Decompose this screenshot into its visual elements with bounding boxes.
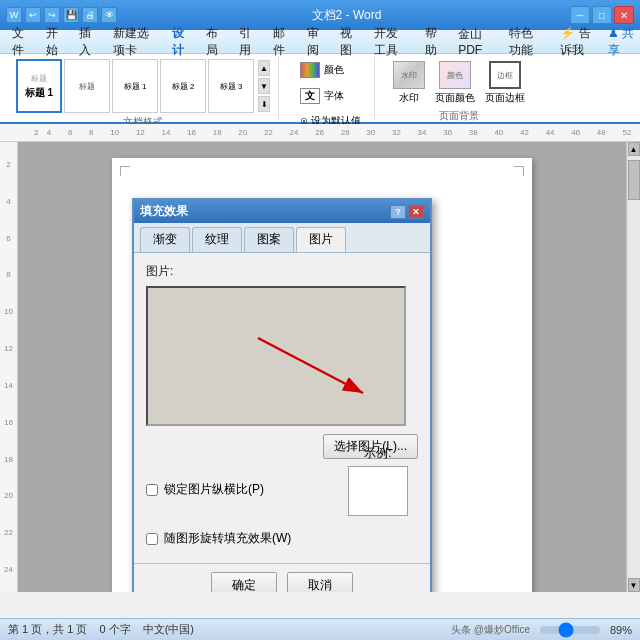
example-label: 示例:	[338, 445, 418, 462]
word-count: 0 个字	[99, 622, 130, 637]
menu-help[interactable]: 帮助	[417, 23, 451, 61]
menu-tell-me[interactable]: ⚡ 告诉我	[552, 23, 608, 61]
scroll-down-btn[interactable]: ▼	[628, 578, 640, 592]
menu-bar: 文件 开始 插入 新建选项卡 设计 布局 引用 邮件 审阅 视图 开发工具 帮助…	[0, 30, 640, 54]
scroll-thumb[interactable]	[628, 160, 640, 200]
menu-home[interactable]: 开始	[38, 23, 72, 61]
zoom-slider[interactable]	[540, 626, 600, 634]
style-h1[interactable]: 标题 1	[112, 59, 158, 113]
undo-icon[interactable]: ↩	[25, 7, 41, 23]
dialog-controls: ? ✕	[390, 205, 424, 219]
gallery-scroll: ▲ ▼ ⬇	[258, 60, 270, 112]
dialog-body: 图片:	[134, 253, 430, 563]
close-button[interactable]: ✕	[614, 6, 634, 24]
window-controls: ─ □ ✕	[570, 6, 634, 24]
cancel-button[interactable]: 取消	[287, 572, 353, 592]
dialog-titlebar: 填充效果 ? ✕	[134, 200, 430, 223]
dialog-tab-picture[interactable]: 图片	[296, 227, 346, 252]
colors-fonts-group: 颜色 文 字体 ⊙ 设为默认值	[287, 57, 375, 119]
color-font-buttons: 颜色 文 字体 ⊙ 设为默认值	[295, 59, 366, 131]
fill-effects-dialog: 填充效果 ? ✕ 渐变 纹理 图案 图片 图片:	[132, 198, 432, 592]
gallery-down[interactable]: ▼	[258, 78, 270, 94]
menu-file[interactable]: 文件	[4, 23, 38, 61]
word-icon: W	[6, 7, 22, 23]
example-preview	[348, 466, 408, 516]
ruler-marks: 2 46810121416182022242628303234363840424…	[30, 128, 640, 137]
save-icon[interactable]: 💾	[63, 7, 79, 23]
fonts-btn[interactable]: 文 字体	[295, 85, 366, 107]
gallery-up[interactable]: ▲	[258, 60, 270, 76]
status-bar: 第 1 页，共 1 页 0 个字 中文(中国) 头条 @爆炒Office 89%	[0, 618, 640, 640]
rotate-fill-checkbox[interactable]	[146, 533, 158, 545]
share-btn[interactable]: ♟ 共享	[608, 25, 636, 59]
page-color-icon: 颜色	[439, 61, 471, 89]
style-h3[interactable]: 标题 3	[208, 59, 254, 113]
dialog-tab-gradient[interactable]: 渐变	[140, 227, 190, 252]
preview-icon[interactable]: 👁	[101, 7, 117, 23]
status-right: 头条 @爆炒Office 89%	[451, 623, 632, 637]
style-h2[interactable]: 标题 2	[160, 59, 206, 113]
doc-scroll: 填充效果 ? ✕ 渐变 纹理 图案 图片 图片:	[18, 142, 626, 592]
spacer	[146, 504, 291, 524]
options-row: 锁定图片纵横比(P) 随图形旋转填充效果(W) 示例:	[146, 475, 418, 553]
style-title[interactable]: 标题	[64, 59, 110, 113]
checkbox-group: 锁定图片纵横比(P) 随图形旋转填充效果(W)	[146, 475, 291, 553]
colors-btn[interactable]: 颜色	[295, 59, 366, 81]
picture-preview	[146, 286, 406, 426]
scroll-track	[628, 156, 640, 578]
lock-ratio-checkbox[interactable]	[146, 484, 158, 496]
doc-page: 填充效果 ? ✕ 渐变 纹理 图案 图片 图片:	[112, 158, 532, 592]
watermark-btn[interactable]: 水印 水印	[391, 59, 427, 107]
lock-ratio-label: 锁定图片纵横比(P)	[164, 481, 264, 498]
minimize-button[interactable]: ─	[570, 6, 590, 24]
maximize-button[interactable]: □	[592, 6, 612, 24]
menu-newtab[interactable]: 新建选项卡	[105, 23, 165, 61]
menu-jinshan[interactable]: 金山PDF	[450, 24, 501, 59]
print-icon[interactable]: 🖨	[82, 7, 98, 23]
styles-gallery: 标题 标题 1 标题 标题 1 标题 2 标题 3 ▲ ▼ ⬇	[16, 59, 270, 113]
page-info: 第 1 页，共 1 页	[8, 622, 87, 637]
menu-developer[interactable]: 开发工具	[366, 23, 417, 61]
menu-design[interactable]: 设计	[164, 23, 198, 61]
ruler: 2 46810121416182022242628303234363840424…	[0, 124, 640, 142]
picture-label: 图片:	[146, 263, 418, 280]
menu-view[interactable]: 视图	[332, 23, 366, 61]
zoom-level: 89%	[610, 624, 632, 636]
style-heading1-current[interactable]: 标题 标题 1	[16, 59, 62, 113]
vertical-scrollbar[interactable]: ▲ ▼	[626, 142, 640, 592]
ok-button[interactable]: 确定	[211, 572, 277, 592]
menu-mailings[interactable]: 邮件	[265, 23, 299, 61]
menu-insert[interactable]: 插入	[71, 23, 105, 61]
menu-review[interactable]: 审阅	[299, 23, 333, 61]
scroll-up-btn[interactable]: ▲	[628, 142, 640, 156]
watermark-credit: 头条 @爆炒Office	[451, 623, 530, 637]
arrow-indicator	[228, 318, 388, 418]
dialog-tabs: 渐变 纹理 图案 图片	[134, 223, 430, 253]
language: 中文(中国)	[143, 622, 194, 637]
page-bg-label: 页面背景	[439, 109, 479, 123]
svg-line-1	[258, 338, 363, 393]
redo-icon[interactable]: ↪	[44, 7, 60, 23]
page-color-btn[interactable]: 颜色 页面颜色	[433, 59, 477, 107]
watermark-icon: 水印	[393, 61, 425, 89]
document-area: 24681012141618202224 填充效果 ? ✕	[0, 142, 640, 592]
menu-layout[interactable]: 布局	[198, 23, 232, 61]
dialog-title: 填充效果	[140, 203, 188, 220]
dialog-tab-pattern[interactable]: 图案	[244, 227, 294, 252]
menu-references[interactable]: 引用	[231, 23, 265, 61]
page-background-group: 水印 水印 颜色 页面颜色 边框 页面边框 页面背景	[383, 57, 535, 119]
window-title: 文档2 - Word	[123, 7, 570, 24]
page-border-icon: 边框	[489, 61, 521, 89]
styles-group: 标题 标题 1 标题 标题 1 标题 2 标题 3 ▲ ▼ ⬇ 文档格式	[8, 57, 279, 119]
dialog-footer: 确定 取消	[134, 563, 430, 592]
lock-ratio-row: 锁定图片纵横比(P)	[146, 481, 291, 498]
page-border-btn[interactable]: 边框 页面边框	[483, 59, 527, 107]
dialog-tab-texture[interactable]: 纹理	[192, 227, 242, 252]
dialog-help-btn[interactable]: ?	[390, 205, 406, 219]
menu-features[interactable]: 特色功能	[501, 23, 552, 61]
rotate-fill-row: 随图形旋转填充效果(W)	[146, 530, 291, 547]
dialog-close-btn[interactable]: ✕	[408, 205, 424, 219]
example-area: 示例:	[338, 445, 418, 516]
gallery-expand[interactable]: ⬇	[258, 96, 270, 112]
rotate-fill-label: 随图形旋转填充效果(W)	[164, 530, 291, 547]
